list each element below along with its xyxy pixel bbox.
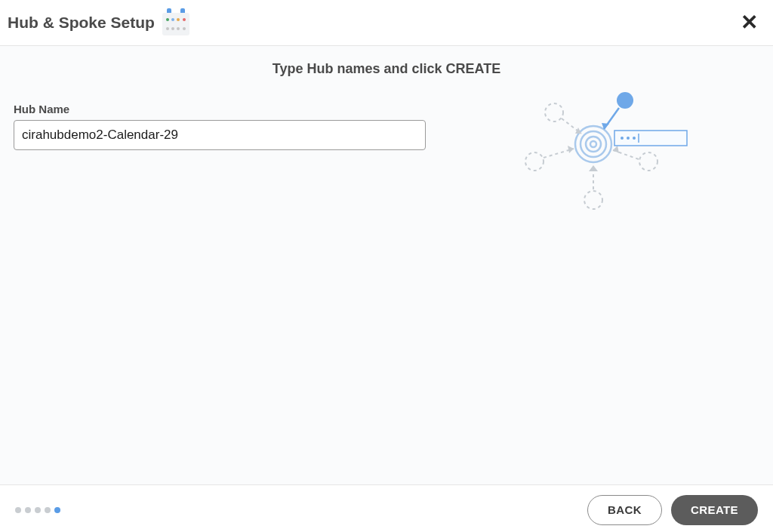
svg-marker-11 — [568, 146, 574, 153]
step-dot — [45, 507, 51, 513]
svg-point-3 — [584, 191, 602, 209]
svg-point-1 — [525, 152, 544, 171]
svg-point-15 — [621, 137, 624, 140]
svg-point-8 — [590, 141, 596, 147]
back-button[interactable]: BACK — [587, 495, 662, 525]
step-dot — [25, 507, 31, 513]
svg-point-4 — [617, 92, 633, 109]
step-indicator — [15, 507, 60, 513]
svg-marker-12 — [613, 146, 619, 153]
header-left: Hub & Spoke Setup — [8, 10, 189, 35]
hub-spoke-illustration — [524, 90, 705, 218]
main-panel: Type Hub names and click CREATE Hub Name — [0, 46, 773, 484]
step-dot — [15, 507, 21, 513]
close-icon[interactable]: ✕ — [738, 9, 761, 36]
svg-point-17 — [633, 137, 636, 140]
svg-point-6 — [581, 131, 606, 157]
instruction-text: Type Hub names and click CREATE — [14, 61, 759, 77]
hub-name-input[interactable] — [14, 120, 426, 150]
step-dot-active — [54, 507, 60, 513]
svg-point-2 — [639, 152, 658, 171]
step-dot — [35, 507, 41, 513]
svg-point-0 — [545, 103, 563, 121]
calendar-icon — [162, 10, 189, 35]
svg-point-16 — [627, 137, 630, 140]
svg-marker-13 — [589, 165, 598, 171]
dialog-header: Hub & Spoke Setup ✕ — [0, 0, 773, 46]
hub-name-label: Hub Name — [14, 103, 426, 115]
hub-name-field-group: Hub Name — [14, 103, 426, 150]
create-button[interactable]: CREATE — [671, 495, 758, 525]
dialog-title: Hub & Spoke Setup — [8, 14, 155, 32]
dialog-footer: BACK CREATE — [0, 484, 773, 532]
footer-buttons: BACK CREATE — [587, 495, 758, 525]
svg-point-7 — [586, 137, 601, 152]
svg-rect-14 — [614, 131, 687, 146]
